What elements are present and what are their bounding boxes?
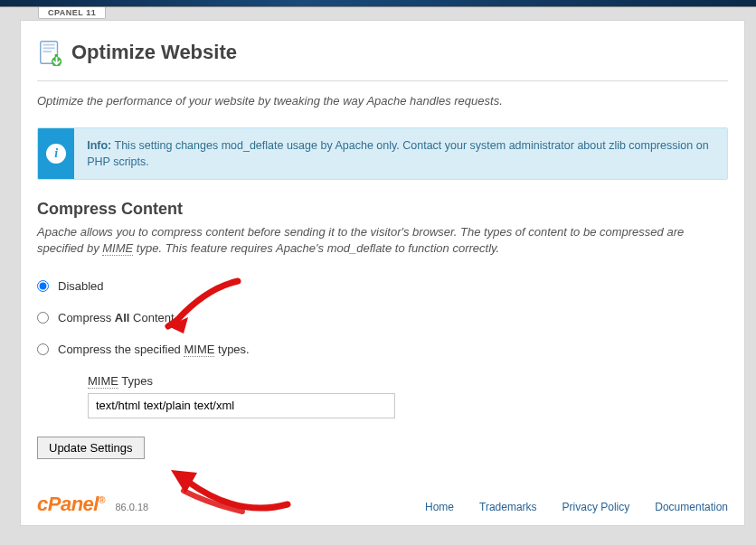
footer-link-privacy[interactable]: Privacy Policy [562,501,630,513]
footer-link-docs[interactable]: Documentation [655,501,728,513]
page-title: Optimize Website [71,41,237,64]
svg-rect-1 [43,44,55,46]
info-text: This setting changes mod_deflate usage b… [87,139,708,168]
main-panel: Optimize Website Optimize the performanc… [20,20,745,526]
intro-text: Optimize the performance of your website… [37,94,728,108]
footer-link-trademarks[interactable]: Trademarks [479,501,537,513]
label-specified: Compress the specified MIME types. [58,343,250,356]
radio-specified[interactable] [37,343,49,355]
info-prefix: Info: [87,139,111,152]
mime-types-input[interactable] [88,393,395,418]
info-icon: i [38,128,74,179]
breadcrumb-tab: CPANEL 11 [38,7,106,19]
label-all: Compress All Content [58,311,175,324]
version-text: 86.0.18 [115,502,148,512]
compress-desc: Apache allows you to compress content be… [37,224,728,257]
label-disabled: Disabled [58,279,104,293]
svg-rect-3 [43,51,52,52]
brand-logo: cPanel® [37,493,105,515]
svg-rect-2 [43,47,55,49]
radio-disabled[interactable] [37,280,49,292]
footer-link-home[interactable]: Home [425,501,454,513]
mime-types-label: MIME Types [88,374,728,388]
info-alert: i Info: This setting changes mod_deflate… [37,127,728,180]
optimize-icon [37,39,64,66]
update-settings-button[interactable]: Update Settings [37,437,145,459]
compress-heading: Compress Content [37,200,728,219]
radio-all[interactable] [37,312,49,324]
